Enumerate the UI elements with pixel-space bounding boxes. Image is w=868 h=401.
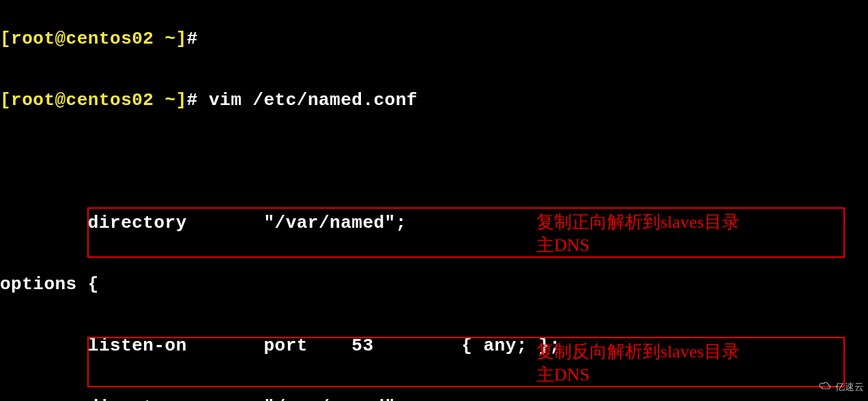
watermark-text: 亿速云: [835, 376, 864, 397]
annotation-text-forward-line2: 主DNS: [536, 235, 590, 256]
prompt-line: [root@centos02 ~]# vim /etc/named.conf: [0, 90, 560, 110]
prompt-user: [root@centos02 ~]: [0, 29, 187, 49]
cloud-icon: [818, 376, 833, 397]
watermark: 亿速云: [818, 376, 864, 397]
config-line: options {: [0, 274, 560, 295]
blank-line: [0, 151, 560, 172]
prompt-user: [root@centos02 ~]: [0, 90, 187, 110]
config-line: directory "/var/named";: [0, 397, 560, 401]
annotation-text-forward-line1: 复制正向解析到slaves目录: [536, 211, 740, 233]
prompt-line-partial: [root@centos02 ~]#: [0, 29, 560, 49]
prompt-hash: #: [187, 29, 198, 49]
prompt-hash: #: [187, 90, 198, 110]
annotation-text-reverse-line2: 主DNS: [536, 364, 590, 386]
annotation-text-reverse-line1: 复制反向解析到slaves目录: [536, 341, 740, 363]
command-text: vim /etc/named.conf: [198, 90, 418, 110]
